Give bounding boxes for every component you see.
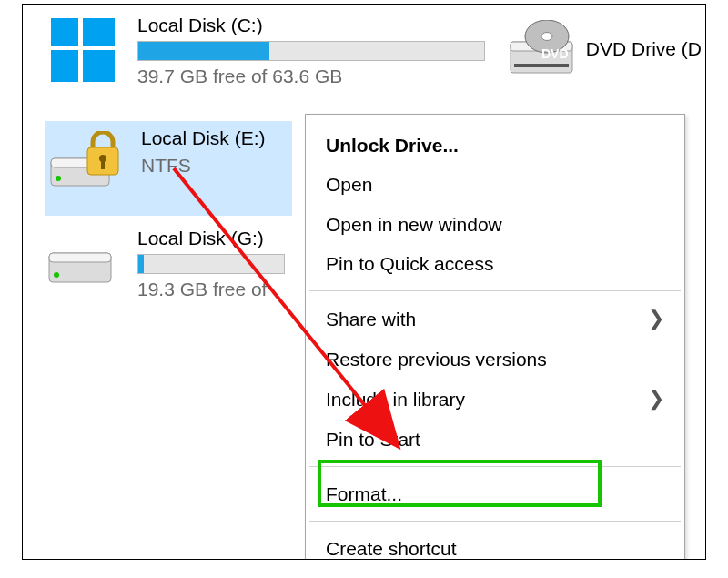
menu-restore-label: Restore previous versions: [326, 347, 547, 371]
drive-c-row[interactable]: Local Disk (C:) 39.7 GB free of 63.6 GB: [41, 14, 485, 89]
menu-include-label: Include in library: [326, 387, 465, 411]
windows-icon: [41, 14, 125, 86]
drive-c-name: Local Disk (C:): [137, 14, 485, 37]
drive-g-usage-bar: [137, 254, 285, 274]
chevron-right-icon: ❯: [648, 306, 664, 332]
drive-c-usage-bar: [137, 41, 485, 61]
drive-c-free: 39.7 GB free of 63.6 GB: [137, 65, 485, 88]
svg-rect-13: [49, 253, 111, 262]
context-menu: Unlock Drive... Open Open in new window …: [305, 114, 685, 560]
menu-pin-start-label: Pin to Start: [326, 427, 420, 451]
locked-drive-icon: [45, 127, 128, 199]
menu-format[interactable]: Format...: [306, 474, 684, 513]
menu-open-new-window[interactable]: Open in new window: [306, 205, 684, 244]
menu-open[interactable]: Open: [306, 165, 684, 204]
menu-open-new-window-label: Open in new window: [326, 212, 502, 237]
svg-point-14: [54, 272, 59, 278]
svg-point-8: [56, 176, 61, 181]
menu-unlock-label: Unlock Drive...: [326, 133, 459, 157]
menu-pin-qa-label: Pin to Quick access: [326, 251, 493, 276]
drive-e-name: Local Disk (E:): [141, 127, 266, 150]
menu-pin-quick-access[interactable]: Pin to Quick access: [306, 244, 684, 283]
menu-pin-to-start[interactable]: Pin to Start: [306, 420, 684, 459]
menu-restore-previous[interactable]: Restore previous versions: [306, 340, 684, 379]
drive-dvd-row[interactable]: DVD DVD Drive (D: [506, 17, 702, 81]
drive-g-name: Local Disk (G:): [137, 227, 285, 250]
menu-separator: [309, 466, 681, 467]
menu-include-library[interactable]: Include in library❯: [306, 379, 684, 420]
svg-text:DVD: DVD: [541, 46, 569, 61]
file-explorer-panel: Local Disk (C:) 39.7 GB free of 63.6 GB …: [22, 4, 706, 560]
menu-separator: [309, 290, 681, 291]
menu-separator: [309, 521, 681, 522]
menu-format-label: Format...: [326, 482, 402, 506]
drive-e-fs: NTFS: [141, 154, 266, 177]
drive-g-row[interactable]: Local Disk (G:) 19.3 GB free of: [41, 227, 285, 302]
menu-open-label: Open: [326, 172, 372, 197]
chevron-right-icon: ❯: [648, 386, 664, 412]
drive-e-row[interactable]: Local Disk (E:) NTFS: [45, 121, 292, 216]
svg-point-4: [541, 33, 552, 41]
menu-share-label: Share with: [326, 307, 416, 331]
svg-rect-2: [514, 64, 569, 67]
drive-g-free: 19.3 GB free of: [137, 278, 285, 301]
dvd-drive-icon: DVD: [506, 17, 577, 81]
menu-create-shortcut[interactable]: Create shortcut: [306, 529, 684, 560]
drive-dvd-name: DVD Drive (D: [586, 37, 702, 61]
menu-share-with[interactable]: Share with❯: [306, 299, 684, 340]
menu-unlock-drive[interactable]: Unlock Drive...: [306, 126, 684, 165]
hdd-icon: [41, 227, 125, 299]
menu-shortcut-label: Create shortcut: [326, 536, 457, 560]
svg-rect-11: [101, 160, 105, 169]
